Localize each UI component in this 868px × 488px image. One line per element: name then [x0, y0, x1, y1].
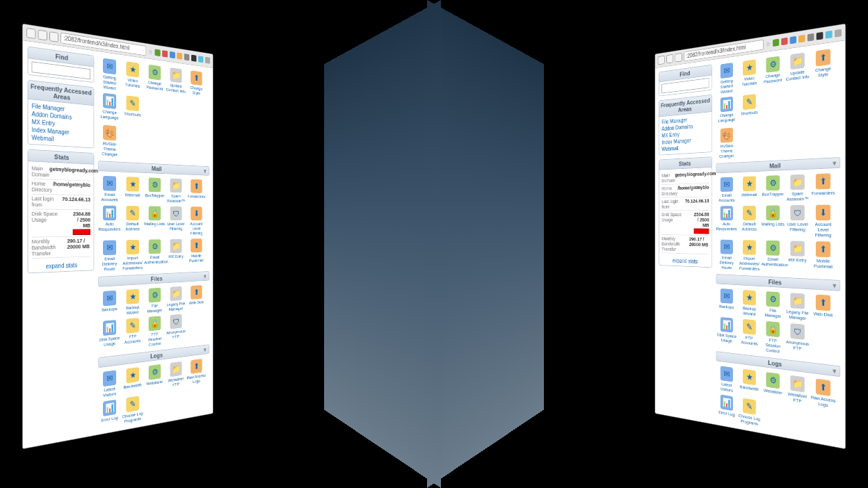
pref-tool[interactable]: ✎ Shortcuts — [122, 94, 143, 124]
mail-tool[interactable]: 📊 Auto Responders — [98, 204, 120, 238]
reload-button[interactable] — [49, 31, 58, 42]
mail-tool[interactable]: ⬆ Forwarders — [187, 178, 207, 205]
logs-tool[interactable]: ⚙ Webalizer — [144, 363, 165, 393]
pref-tool[interactable]: ★ Video Tutorials — [739, 58, 761, 94]
pref-tool[interactable]: ✎ Shortcuts — [739, 92, 761, 123]
minimize-icon[interactable]: ▾ — [204, 168, 207, 174]
mail-tool[interactable]: ⚙ BoxTrapper — [144, 177, 165, 204]
files-tool[interactable]: 📊 Disk Space Usage — [716, 316, 738, 350]
extension-icon[interactable] — [184, 54, 190, 60]
mail-tool[interactable]: ⬆ Mobile Pushmail — [811, 240, 836, 276]
star-icon[interactable]: ☆ — [148, 48, 153, 56]
back-button[interactable] — [658, 56, 665, 65]
pref-tool[interactable]: 📊 Change Language — [716, 95, 738, 124]
mail-tool[interactable]: ✉ Email Accounts — [98, 174, 120, 204]
pref-tool[interactable]: ★ Video Tutorials — [122, 60, 143, 95]
minimize-icon[interactable]: ▾ — [204, 273, 207, 280]
mail-tool[interactable]: ⬆ Forwarders — [811, 172, 836, 202]
files-tool[interactable]: ✎ FTP Accounts — [739, 318, 761, 353]
pref-tool[interactable]: ⬆ Change Style — [811, 47, 836, 86]
mail-tool[interactable]: 📁 Spam Assassin™ — [166, 177, 186, 204]
pref-tool[interactable]: 📁 Update Contact Info — [166, 66, 186, 100]
logs-tool[interactable]: 📊 Error Log — [98, 398, 120, 430]
star-icon[interactable]: ☆ — [766, 40, 771, 48]
extension-icon[interactable] — [170, 51, 175, 58]
mail-tool[interactable]: ★ Webmail — [122, 175, 143, 204]
mail-tool[interactable]: 🔒 Mailing Lists — [762, 204, 785, 238]
files-tool[interactable]: ⚙ File Manager — [144, 286, 165, 315]
minimize-icon[interactable]: ▾ — [833, 282, 836, 290]
mail-tool[interactable]: ⚙ BoxTrapper — [762, 174, 785, 203]
extension-icon[interactable] — [773, 39, 779, 47]
extension-icon[interactable] — [155, 49, 161, 56]
mail-tool[interactable]: 📁 MX Entry — [785, 240, 810, 275]
pref-tool[interactable]: ⚙ Change Password — [144, 63, 165, 97]
minimize-icon[interactable]: ▾ — [204, 346, 207, 353]
forward-button[interactable] — [38, 30, 47, 41]
forward-button[interactable] — [666, 54, 673, 64]
files-tool[interactable]: 🛡 Anonymous FTP — [785, 322, 810, 359]
logs-tool[interactable]: ⬆ Raw Access Logs — [811, 377, 836, 410]
mail-tool[interactable]: ✉ Email Delivery Route — [98, 239, 120, 273]
mail-tool[interactable]: ✎ Default Address — [122, 204, 143, 238]
mail-tool[interactable]: ✉ Email Accounts — [716, 176, 738, 204]
extension-icon[interactable] — [177, 52, 182, 59]
rvskin-tool[interactable]: 🎨RVSkin Theme Changer — [98, 124, 120, 158]
files-tool[interactable]: ⬆ Web Disk — [811, 293, 836, 325]
mail-tool[interactable]: ★ Import Addresses/ Forwarders — [739, 239, 761, 273]
files-tool[interactable]: 🛡 Anonymous FTP — [166, 313, 186, 346]
logs-tool[interactable]: ✉ Latest Visitors — [98, 368, 120, 400]
expand-stats[interactable]: expand stats — [28, 259, 93, 273]
expand-stats[interactable]: expand stats — [659, 255, 712, 267]
extension-icon[interactable] — [781, 38, 787, 45]
extension-icon[interactable] — [835, 29, 842, 38]
reload-button[interactable] — [675, 53, 682, 63]
extension-icon[interactable] — [790, 36, 796, 44]
files-tool[interactable]: ★ Backup Wizard — [739, 288, 761, 318]
mail-tool[interactable]: ⚙ Email Authentication — [144, 238, 165, 271]
mail-tool[interactable]: 🔒 Mailing Lists — [144, 205, 165, 238]
logs-tool[interactable]: 📁 Webalizer FTP — [166, 360, 186, 390]
mail-tool[interactable]: ⬇ Account Level Filtering — [187, 206, 207, 237]
files-tool[interactable]: 🔒 FTP Session Control — [762, 320, 785, 356]
rvskin-tool[interactable]: 🎨RVSkin Theme Changer — [716, 126, 738, 160]
pref-tool[interactable]: ✉ Getting Started Wizard — [98, 56, 120, 92]
logs-tool[interactable]: ★ Bandwidth — [739, 367, 761, 398]
mail-tool[interactable]: ✉ Email Delivery Route — [716, 238, 738, 272]
files-tool[interactable]: ★ Backup Wizard — [122, 288, 143, 317]
files-tool[interactable]: ✎ FTP Accounts — [122, 316, 143, 351]
extension-icon[interactable] — [826, 31, 833, 39]
pref-tool[interactable]: 📊 Change Language — [98, 91, 120, 122]
extension-icon[interactable] — [817, 32, 823, 40]
extension-icon[interactable] — [162, 50, 168, 58]
pref-tool[interactable]: ⬆ Change Style — [187, 69, 207, 102]
pref-tool[interactable]: ⚙ Change Password — [762, 54, 785, 91]
mail-tool[interactable]: ✎ Default Address — [739, 204, 761, 238]
files-tool[interactable]: 📁 Legacy File Manager — [166, 285, 186, 314]
logs-tool[interactable]: 📊 Error Log — [716, 393, 738, 424]
mail-tool[interactable]: 🛡 User Level Filtering — [785, 204, 810, 238]
files-tool[interactable]: ⚙ File Manager — [762, 290, 785, 320]
pref-tool[interactable]: 📁 Update Contact Info — [785, 51, 810, 88]
mail-tool[interactable]: ⚙ Email Authentication — [762, 239, 785, 274]
logs-tool[interactable]: 📁 Webalizer FTP — [785, 373, 810, 406]
extension-icon[interactable] — [198, 56, 203, 63]
files-tool[interactable]: ✉ Backups — [716, 287, 738, 316]
files-tool[interactable]: ⬆ Web Disk — [187, 284, 207, 311]
mail-tool[interactable]: 📁 Spam Assassin™ — [785, 173, 810, 203]
extension-icon[interactable] — [807, 33, 814, 42]
minimize-icon[interactable]: ▾ — [833, 367, 836, 375]
mail-tool[interactable]: 🛡 User Level Filtering — [166, 205, 186, 237]
logs-tool[interactable]: ★ Bandwidth — [122, 366, 143, 397]
extension-icon[interactable] — [191, 55, 197, 62]
files-tool[interactable]: 📁 Legacy File Manager — [785, 291, 810, 323]
extension-icon[interactable] — [798, 35, 805, 43]
files-tool[interactable]: 📊 Disk Space Usage — [98, 318, 120, 355]
minimize-icon[interactable]: ▾ — [833, 159, 836, 168]
mail-tool[interactable]: ⬇ Account Level Filtering — [811, 204, 836, 239]
back-button[interactable] — [26, 28, 35, 39]
files-tool[interactable]: 🔒 FTP Session Control — [144, 314, 165, 348]
logs-tool[interactable]: ⚙ Webalizer — [762, 371, 785, 402]
mail-tool[interactable]: ⬆ Mobile Pushmail — [187, 238, 207, 269]
mail-tool[interactable]: 📁 MX Entry — [166, 238, 186, 270]
